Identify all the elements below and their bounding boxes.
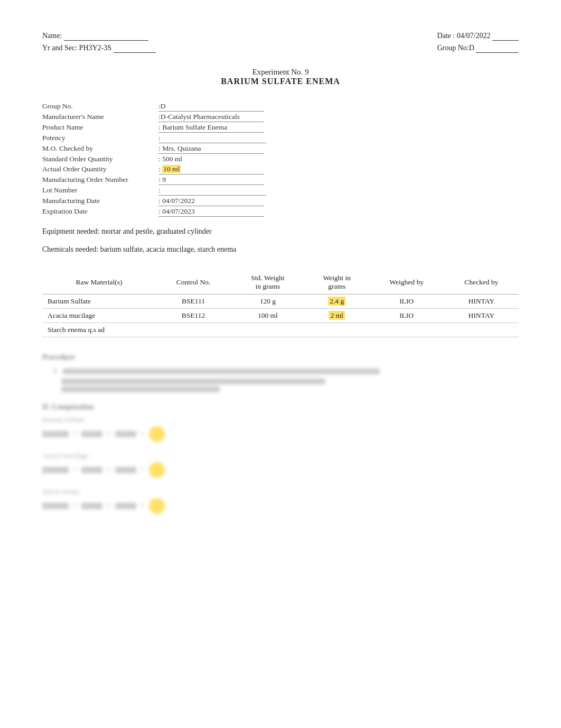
weighed-by-ilio-2: ILIO <box>369 309 444 323</box>
yr-sec-underline <box>114 44 156 53</box>
header-left: Name: Yr and Sec: PH3Y2-3S <box>42 32 156 53</box>
std-weight-starch <box>231 323 305 337</box>
group-no-value: :D <box>158 102 264 112</box>
equipment-section: Equipment needed: mortar and pestle, gra… <box>42 227 519 236</box>
group-underline <box>476 44 518 53</box>
date-field: Date : 04/07/2022 <box>437 32 519 41</box>
title-section: Experiment No. 9 BARIUM SULFATE ENEMA <box>42 68 519 86</box>
calc-starch-formula: ÷ × = <box>42 498 519 514</box>
material-table: Raw Material(s) Control No. Std. Weighti… <box>42 271 519 337</box>
calc-starch: Starch enema ÷ × = <box>42 487 519 514</box>
calc-barium: Barium Sulfate ÷ × = <box>42 416 519 442</box>
blurred-step-1-line <box>63 368 380 374</box>
checked-by-hintay-1: HINTAY <box>444 294 519 309</box>
calc-starch-result <box>149 498 165 514</box>
info-table: Group No. :D Manufacturer's Name :D-Cata… <box>42 102 519 217</box>
calc-acacia-box1 <box>42 467 69 473</box>
actual-order-qty-label: Actual Order Quantity <box>42 165 158 173</box>
standard-order-qty-row: Standard Order Quantity : 500 ml <box>42 155 519 164</box>
calc-barium-result <box>149 426 165 442</box>
col-header-control-no: Control No. <box>156 271 231 294</box>
manufacturer-name-row: Manufacturer's Name :D-Catalyst Pharmace… <box>42 113 519 122</box>
calc-acacia-formula: ÷ × = <box>42 462 519 478</box>
manufacturing-date-label: Manufacturing Date <box>42 197 158 205</box>
expiration-date-value: : 04/07/2023 <box>158 207 264 217</box>
potency-value: : <box>158 134 266 143</box>
calc-starch-box1 <box>42 503 69 509</box>
procedure-step-2 <box>61 379 519 392</box>
table-section: Raw Material(s) Control No. Std. Weighti… <box>42 271 519 337</box>
lot-number-label: Lot Number <box>42 186 158 195</box>
table-row: Starch enema q.s ad <box>42 323 519 337</box>
group-no-label: Group No. <box>42 102 158 110</box>
header-right: Date : 04/07/2022 Group No:D <box>437 32 519 53</box>
name-field: Name: <box>42 32 156 41</box>
blurred-procedure-section: Procedure 1. <box>42 353 519 392</box>
calc-starch-label: Starch enema <box>42 487 519 496</box>
material-acacia: Acacia mucilage <box>42 309 156 323</box>
calc-acacia-label: Acacia mucilage <box>42 451 519 460</box>
std-weight-120g: 120 g <box>231 294 305 309</box>
product-name-row: Product Name : Barium Sulfate Enema <box>42 123 519 133</box>
calc-barium-box3 <box>115 431 136 437</box>
date-underline <box>492 32 519 41</box>
manufacturing-order-value: : 9 <box>158 176 264 185</box>
blurred-step-3-line <box>61 386 220 392</box>
name-label: Name: <box>42 32 62 40</box>
potency-row: Potency : <box>42 134 519 143</box>
manufacturing-date-row: Manufacturing Date : 04/07/2022 <box>42 197 519 206</box>
actual-order-qty-row: Actual Order Quantity : 10 ml <box>42 165 519 174</box>
calc-starch-box3 <box>115 503 136 509</box>
manufacturer-name-label: Manufacturer's Name <box>42 113 158 121</box>
blurred-step-2-line <box>61 379 325 384</box>
weight-in-2ml: 2 ml <box>305 309 369 323</box>
calc-acacia-result <box>149 462 165 478</box>
manufacturing-order-row: Manufacturing Order Number : 9 <box>42 176 519 185</box>
yr-sec-label: Yr and Sec: PH3Y2-3S <box>42 44 111 52</box>
col-header-weight-in: Weight ingrams <box>305 271 369 294</box>
lot-number-row: Lot Number : <box>42 186 519 196</box>
procedure-step-1: 1. <box>53 367 519 375</box>
col-header-weighed-by: Weighed by <box>369 271 444 294</box>
calc-acacia-box2 <box>81 467 102 473</box>
calc-barium-label: Barium Sulfate <box>42 416 519 424</box>
calc-acacia: Acacia mucilage ÷ × = <box>42 451 519 478</box>
control-no-bse112: BSE112 <box>156 309 231 323</box>
expiration-date-row: Expiration Date : 04/07/2023 <box>42 207 519 217</box>
experiment-title: BARIUM SULFATE ENEMA <box>42 77 519 86</box>
weight-in-2_4g: 2.4 g <box>305 294 369 309</box>
manufacturing-order-label: Manufacturing Order Number <box>42 176 158 184</box>
chemicals-section: Chemicals needed: barium sulfate, acacia… <box>42 245 519 254</box>
weighed-by-ilio-1: ILIO <box>369 294 444 309</box>
checked-by-hintay-2: HINTAY <box>444 309 519 323</box>
material-barium-sulfate: Barium Sulfate <box>42 294 156 309</box>
calc-barium-box2 <box>81 431 102 437</box>
header-section: Name: Yr and Sec: PH3Y2-3S Date : 04/07/… <box>42 32 519 53</box>
mo-checked-row: M.O. Checked by : Mrs. Quizana <box>42 144 519 154</box>
procedure-steps: 1. <box>53 367 519 392</box>
weight-in-starch <box>305 323 369 337</box>
equipment-label: Equipment needed: mortar and pestle, gra… <box>42 227 212 235</box>
weighed-by-starch <box>369 323 444 337</box>
actual-order-qty-highlight: 10 ml <box>162 165 181 173</box>
manufacturing-date-value: : 04/07/2022 <box>158 197 264 206</box>
mo-checked-value: : Mrs. Quizana <box>158 144 264 154</box>
experiment-number: Experiment No. 9 <box>42 68 519 77</box>
standard-order-qty-value: : 500 ml <box>158 155 264 164</box>
date-label: Date : <box>437 32 455 40</box>
calc-barium-formula: ÷ × = <box>42 426 519 442</box>
calc-acacia-box3 <box>115 467 136 473</box>
date-value: 04/07/2022 <box>457 32 491 40</box>
yr-sec-field: Yr and Sec: PH3Y2-3S <box>42 44 156 53</box>
actual-order-qty-value: : 10 ml <box>158 165 264 174</box>
col-header-checked-by: Checked by <box>444 271 519 294</box>
calc-starch-box2 <box>81 503 102 509</box>
mo-checked-label: M.O. Checked by <box>42 144 158 153</box>
blurred-calc-section: II. Computation Barium Sulfate ÷ × = Aca… <box>42 403 519 514</box>
name-underline <box>64 32 148 41</box>
table-header-row: Raw Material(s) Control No. Std. Weighti… <box>42 271 519 294</box>
standard-order-qty-label: Standard Order Quantity <box>42 155 158 163</box>
table-row: Acacia mucilage BSE112 100 ml 2 ml ILIO … <box>42 309 519 323</box>
manufacturer-name-value: :D-Catalyst Pharmaceuticals <box>158 113 264 122</box>
group-field: Group No:D <box>437 44 519 53</box>
